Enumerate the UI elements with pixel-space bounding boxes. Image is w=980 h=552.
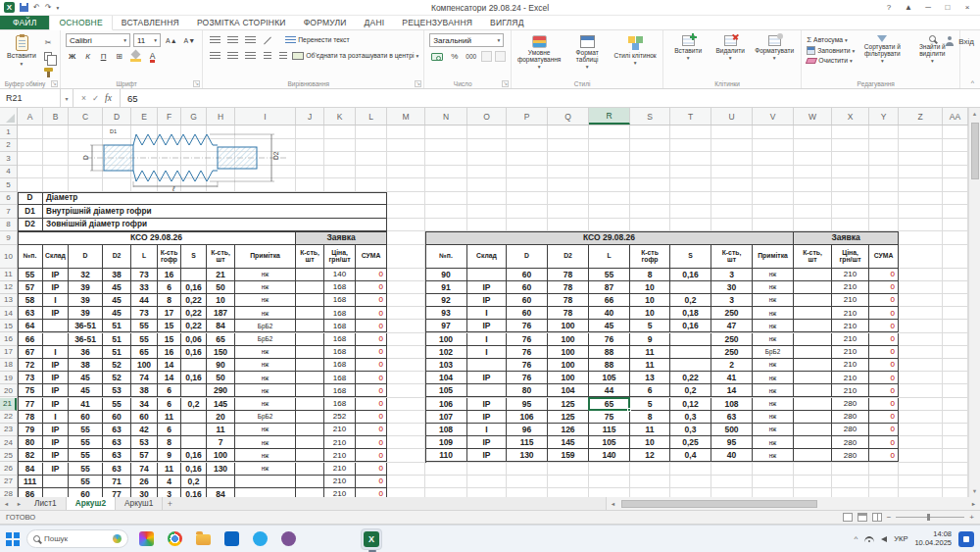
- row-header-22[interactable]: 22: [0, 411, 17, 424]
- taskbar-app-blue[interactable]: [220, 528, 242, 550]
- data-cell[interactable]: 73: [18, 372, 43, 384]
- data-cell[interactable]: 3: [711, 269, 753, 281]
- table-header-cell[interactable]: К-сть гофр: [158, 245, 181, 269]
- data-cell[interactable]: 210: [832, 372, 869, 384]
- save-button[interactable]: [20, 3, 28, 12]
- copy-button[interactable]: [41, 50, 55, 62]
- row-header-18[interactable]: 18: [0, 359, 17, 372]
- data-cell[interactable]: 6: [158, 398, 181, 411]
- data-cell[interactable]: 74: [131, 372, 158, 384]
- column-header-J[interactable]: J: [296, 108, 324, 125]
- data-cell[interactable]: 38: [131, 384, 158, 397]
- column-header-C[interactable]: C: [69, 108, 103, 125]
- data-cell[interactable]: 0: [869, 398, 899, 411]
- data-cell[interactable]: [181, 384, 207, 397]
- data-cell[interactable]: 290: [207, 384, 235, 397]
- data-cell[interactable]: [296, 320, 324, 332]
- data-cell[interactable]: 10: [630, 436, 670, 449]
- data-cell[interactable]: [207, 476, 235, 488]
- data-cell[interactable]: нж: [235, 359, 296, 372]
- align-top-button[interactable]: [208, 33, 222, 46]
- column-header-P[interactable]: P: [507, 108, 548, 125]
- row-header-19[interactable]: 19: [0, 372, 17, 384]
- data-cell[interactable]: [181, 359, 207, 372]
- data-cell[interactable]: 0: [869, 424, 899, 436]
- data-cell[interactable]: 210: [832, 384, 869, 397]
- data-cell[interactable]: [296, 424, 324, 436]
- taskbar-app-telegram[interactable]: [249, 528, 270, 550]
- data-cell[interactable]: 0,4: [670, 449, 711, 462]
- bold-button[interactable]: Ж: [66, 50, 78, 63]
- zayavka-title[interactable]: Заявка: [794, 231, 899, 245]
- row-header-14[interactable]: 14: [0, 307, 17, 320]
- data-cell[interactable]: [181, 436, 207, 449]
- data-cell[interactable]: 76: [507, 320, 548, 332]
- name-box-caret-icon[interactable]: ▾: [61, 89, 74, 107]
- taskbar-app-chrome[interactable]: [164, 528, 185, 550]
- row-header-27[interactable]: 27: [0, 476, 17, 488]
- row-header-8[interactable]: 8: [0, 219, 17, 232]
- data-cell[interactable]: 102: [425, 346, 467, 359]
- data-cell[interactable]: 0,16: [181, 372, 207, 384]
- increase-indent-button[interactable]: [276, 49, 289, 62]
- data-cell[interactable]: 87: [589, 281, 630, 294]
- data-cell[interactable]: [296, 333, 324, 346]
- data-cell[interactable]: 75: [18, 384, 43, 397]
- data-cell[interactable]: І: [43, 346, 69, 359]
- data-cell[interactable]: 3: [711, 294, 753, 307]
- data-cell[interactable]: 280: [832, 436, 869, 449]
- data-cell[interactable]: [296, 281, 324, 294]
- data-cell[interactable]: 21: [207, 269, 235, 281]
- data-cell[interactable]: нж: [235, 372, 296, 384]
- data-cell[interactable]: 96: [507, 424, 548, 436]
- data-cell[interactable]: 97: [425, 320, 467, 332]
- column-header-F[interactable]: F: [158, 108, 181, 125]
- data-cell[interactable]: ІР: [43, 398, 69, 411]
- data-cell[interactable]: 210: [832, 346, 869, 359]
- sort-filter-button[interactable]: Сортувати й фільтрувати ▾: [858, 33, 906, 76]
- data-cell[interactable]: [296, 384, 324, 397]
- data-cell[interactable]: [296, 269, 324, 281]
- data-cell[interactable]: 168: [324, 384, 356, 397]
- data-cell[interactable]: 55: [69, 436, 103, 449]
- format-cells-button[interactable]: Форматувати ▾: [753, 33, 796, 76]
- row-header-11[interactable]: 11: [0, 269, 17, 281]
- column-header-M[interactable]: M: [387, 108, 425, 125]
- data-cell[interactable]: 34: [131, 398, 158, 411]
- data-cell[interactable]: 210: [324, 424, 356, 436]
- data-cell[interactable]: ІР: [467, 372, 507, 384]
- table-header-cell[interactable]: D: [507, 245, 548, 269]
- align-left-button[interactable]: [208, 49, 222, 62]
- data-cell[interactable]: 109: [425, 436, 467, 449]
- legend-symbol[interactable]: D1: [18, 205, 43, 219]
- hscroll-right-icon[interactable]: ►: [967, 501, 980, 507]
- data-cell[interactable]: 66: [18, 333, 43, 346]
- column-header-U[interactable]: U: [711, 108, 753, 125]
- data-cell[interactable]: 45: [103, 281, 131, 294]
- column-header-K[interactable]: K: [324, 108, 356, 125]
- data-cell[interactable]: 55: [69, 463, 103, 476]
- data-cell[interactable]: 0: [356, 449, 387, 462]
- data-cell[interactable]: 74: [131, 463, 158, 476]
- data-cell[interactable]: 40: [589, 307, 630, 320]
- data-cell[interactable]: 0: [869, 294, 899, 307]
- data-cell[interactable]: 105: [589, 436, 630, 449]
- data-cell[interactable]: 80: [507, 384, 548, 397]
- ribbon-tab-рецензування[interactable]: РЕЦЕНЗУВАННЯ: [393, 16, 481, 29]
- table-header-cell[interactable]: Ціна, грн/шт: [324, 245, 356, 269]
- row-header-4[interactable]: 4: [0, 166, 17, 179]
- row-header-13[interactable]: 13: [0, 294, 17, 307]
- data-cell[interactable]: нж: [753, 333, 794, 346]
- table-header-cell[interactable]: S: [181, 245, 207, 269]
- new-sheet-button[interactable]: +: [163, 497, 176, 510]
- data-cell[interactable]: [794, 320, 832, 332]
- data-cell[interactable]: [296, 488, 324, 497]
- data-cell[interactable]: 60: [507, 281, 548, 294]
- data-cell[interactable]: 210: [832, 333, 869, 346]
- fill-color-button[interactable]: [128, 50, 143, 63]
- data-cell[interactable]: 20: [207, 411, 235, 424]
- data-cell[interactable]: 111: [18, 476, 43, 488]
- formula-input[interactable]: 65: [121, 89, 980, 107]
- data-cell[interactable]: 80: [18, 436, 43, 449]
- data-cell[interactable]: нж: [753, 436, 794, 449]
